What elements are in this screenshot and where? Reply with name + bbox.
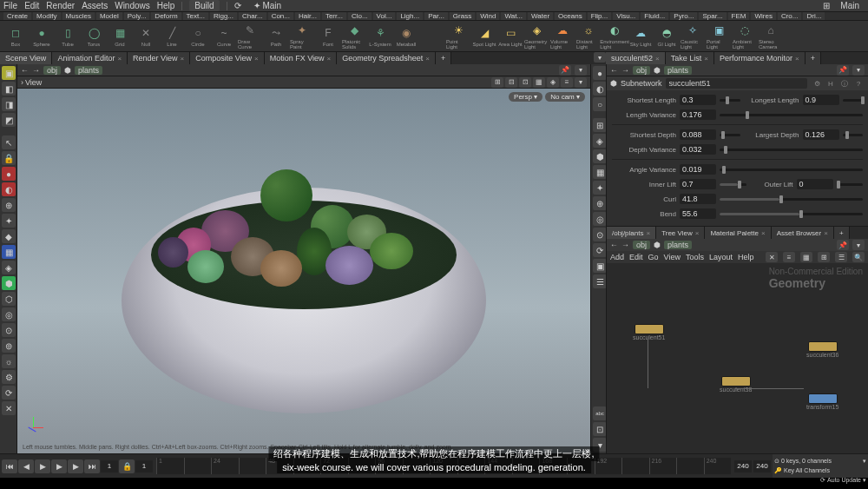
shelf-tool[interactable]: ◌Ambient Light xyxy=(733,23,757,50)
end-frame-a[interactable]: 240 xyxy=(734,460,752,472)
display-option-icon[interactable]: ◈ xyxy=(593,134,607,148)
shelf-tool[interactable]: ⚘L-System xyxy=(368,23,392,50)
path-obj[interactable]: obj xyxy=(633,241,650,249)
tab-motion-fx[interactable]: Motion FX View× xyxy=(265,52,338,64)
shelf-tab[interactable]: Muscles xyxy=(62,12,95,20)
forward-icon[interactable]: → xyxy=(621,66,629,75)
param-slider[interactable] xyxy=(720,213,863,215)
key-all-label[interactable]: Key All Channels xyxy=(784,467,830,473)
play-reverse-button[interactable]: ▶ xyxy=(35,459,50,473)
path-obj[interactable]: obj xyxy=(43,66,61,75)
shelf-tool[interactable]: ◯Torus xyxy=(82,23,106,50)
shelf-tab[interactable]: Hair... xyxy=(295,12,320,20)
tab-composite-view[interactable]: Composite View× xyxy=(190,52,265,64)
shelf-tab[interactable]: Vol... xyxy=(373,12,396,20)
net-menu-add[interactable]: Add xyxy=(610,253,624,261)
tool-icon[interactable]: ⊕ xyxy=(2,198,16,212)
h-icon[interactable]: H xyxy=(825,78,837,89)
shelf-tool[interactable] xyxy=(420,23,444,50)
tool-icon[interactable]: ⟳ xyxy=(2,386,16,400)
dropdown-icon[interactable]: ▾ xyxy=(852,65,865,76)
arrow-tool-icon[interactable]: ↖ xyxy=(2,135,16,149)
shelf-tool[interactable]: ▦Grid xyxy=(108,23,132,50)
shelf-tool[interactable]: ◓GI Light xyxy=(654,23,679,50)
shelf-tool[interactable]: ◈Geometry Light xyxy=(524,23,549,50)
network-node[interactable]: succulent51 xyxy=(633,324,665,340)
persp-selector[interactable]: Persp ▾ xyxy=(509,92,542,102)
refresh-icon[interactable]: ⟳ xyxy=(820,477,825,484)
menu-assets[interactable]: Assets xyxy=(82,1,108,10)
shelf-tool[interactable]: ☁Sky Light xyxy=(628,23,653,50)
param-value[interactable]: 0.019 xyxy=(680,164,716,175)
path-obj[interactable]: obj xyxy=(633,66,650,75)
tool-icon[interactable]: ⚙ xyxy=(2,370,16,384)
tool-icon[interactable]: ◆ xyxy=(2,229,16,243)
net-menu-view[interactable]: View xyxy=(664,253,681,261)
shelf-tab[interactable]: Modify xyxy=(33,12,61,20)
close-icon[interactable]: × xyxy=(425,55,430,63)
shelf-tool[interactable]: ⌂Stereo Camera xyxy=(759,23,783,50)
shelf-tool[interactable]: ☼Distant Light xyxy=(576,23,601,50)
help-icon[interactable]: ? xyxy=(852,78,865,89)
param-value[interactable]: 41.8 xyxy=(680,194,716,204)
shelf-tool[interactable]: ⤳Path xyxy=(264,23,288,50)
tab-animation-editor[interactable]: Animation Editor× xyxy=(52,52,128,64)
tool-icon[interactable]: ◎ xyxy=(2,307,16,321)
view-btn[interactable]: ▦ xyxy=(533,77,545,88)
tool-icon[interactable]: ✦ xyxy=(2,214,16,228)
desktop-selector[interactable]: Build xyxy=(189,0,219,11)
param-value[interactable]: 0.7 xyxy=(680,179,716,189)
tool-icon[interactable]: ⊚ xyxy=(2,339,16,353)
shelf-tab[interactable]: Par... xyxy=(424,12,448,20)
path-plants[interactable]: plants xyxy=(75,66,102,75)
shelf-tool[interactable]: ▭Area Light xyxy=(498,23,523,50)
shelf-tool[interactable]: ✕Null xyxy=(134,23,158,50)
cloud-icon[interactable]: ⊞ xyxy=(823,1,830,10)
viewport-3d[interactable]: Persp ▾ No cam ▾ Left mouse tumbles. Mid… xyxy=(17,89,590,453)
close-icon[interactable]: × xyxy=(761,229,766,237)
param-value[interactable]: 0.032 xyxy=(680,144,716,155)
param-slider[interactable] xyxy=(720,198,863,201)
tab-take-list[interactable]: Take List× xyxy=(666,52,714,64)
menu-edit[interactable]: Edit xyxy=(24,1,39,10)
shelf-tab[interactable]: Oceans xyxy=(555,12,586,20)
shelf-tab[interactable]: Water xyxy=(528,12,553,20)
tool-icon[interactable]: ☼ xyxy=(2,354,16,368)
shelf-tab[interactable]: Terr... xyxy=(322,12,346,20)
shelf-tab[interactable]: Flip... xyxy=(588,12,612,20)
tool-icon[interactable]: ⊞ xyxy=(818,252,830,262)
channel-icon[interactable]: ⊙ xyxy=(774,458,779,465)
close-icon[interactable]: × xyxy=(704,55,708,63)
tool-icon[interactable]: ● xyxy=(2,167,16,181)
param-value[interactable]: 0 xyxy=(797,179,833,189)
display-option-icon[interactable]: ☰ xyxy=(593,274,607,288)
tool-icon[interactable]: ≡ xyxy=(783,252,795,262)
prev-frame-button[interactable]: ◀ xyxy=(18,459,34,473)
display-option-icon[interactable]: ◎ xyxy=(593,212,607,226)
param-value[interactable]: 0.088 xyxy=(680,129,716,140)
shelf-tool[interactable]: ●Sphere xyxy=(30,23,54,50)
key-icon[interactable]: 🔑 xyxy=(774,467,782,474)
display-option-icon[interactable]: ⊞ xyxy=(593,118,607,132)
pin-icon[interactable]: 📌 xyxy=(837,65,849,76)
shelf-tab[interactable]: Ligh... xyxy=(397,12,423,20)
shelf-tool[interactable]: ✦Spray Paint xyxy=(290,23,314,50)
network-canvas[interactable]: Non-Commercial Edition Geometry succulen… xyxy=(607,263,868,453)
close-icon[interactable]: × xyxy=(180,55,184,63)
shelf-tab[interactable]: FEM xyxy=(728,12,750,20)
last-frame-button[interactable]: ⏭ xyxy=(84,459,100,473)
menu-windows[interactable]: Windows xyxy=(115,1,150,10)
close-icon[interactable]: × xyxy=(327,55,332,63)
view-btn[interactable]: ◈ xyxy=(547,77,559,88)
view-btn[interactable]: ▾ xyxy=(575,77,587,88)
tool-icon[interactable]: ⬡ xyxy=(2,292,16,306)
tab-material-palette[interactable]: Material Palette× xyxy=(705,227,771,239)
tool-icon[interactable]: ◧ xyxy=(2,82,16,96)
display-option-icon[interactable]: ○ xyxy=(593,97,607,111)
shelf-tab[interactable]: Wat... xyxy=(501,12,526,20)
display-option-icon[interactable]: ✦ xyxy=(593,181,607,195)
param-slider[interactable] xyxy=(843,134,864,136)
radial-menu-main[interactable]: ✦ Main xyxy=(248,0,286,11)
shelf-tool[interactable]: ▯Tube xyxy=(56,23,80,50)
info-icon[interactable]: ⓘ xyxy=(838,78,851,89)
